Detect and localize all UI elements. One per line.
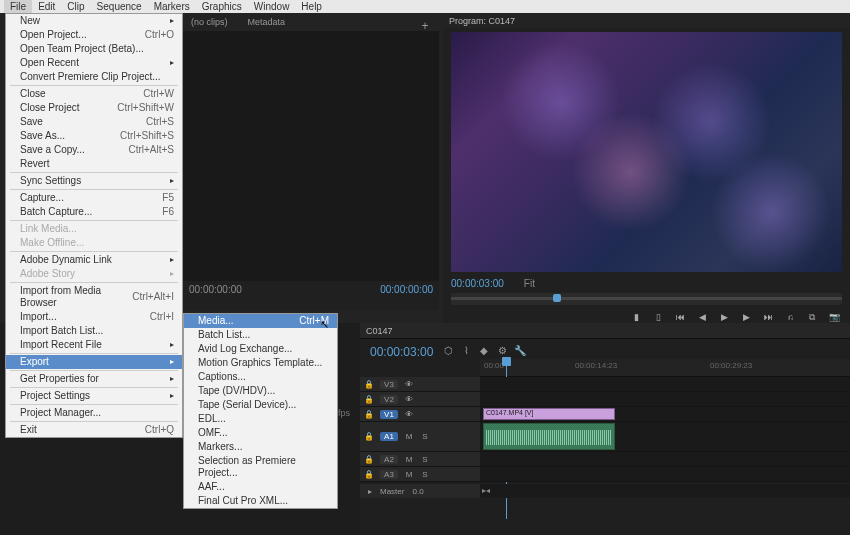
menu-item-save-as-[interactable]: Save As...Ctrl+Shift+S — [6, 129, 182, 143]
track-lock-icon[interactable]: 🔒 — [364, 432, 374, 441]
menubar: File Edit Clip Sequence Markers Graphics… — [0, 0, 850, 13]
track-eye-icon[interactable]: 👁 — [404, 380, 414, 389]
track-lock-icon[interactable]: 🔒 — [364, 395, 374, 404]
menu-markers[interactable]: Markers — [148, 0, 196, 13]
submenu-item-batch-list-[interactable]: Batch List... — [184, 328, 337, 342]
menu-item-save-a-copy-[interactable]: Save a Copy...Ctrl+Alt+S — [6, 143, 182, 157]
track-lane-v2[interactable] — [480, 392, 850, 406]
menu-help[interactable]: Help — [295, 0, 328, 13]
menu-item-open-project-[interactable]: Open Project...Ctrl+O — [6, 28, 182, 42]
track-lock-icon[interactable]: 🔒 — [364, 470, 374, 479]
track-lane-a3[interactable] — [480, 467, 850, 481]
program-fit-label[interactable]: Fit — [524, 278, 535, 289]
menu-edit[interactable]: Edit — [32, 0, 61, 13]
chevron-right-icon: ▸ — [170, 268, 174, 280]
collapse-icon[interactable]: ▸◂ — [482, 486, 490, 495]
timeline-ruler[interactable]: 00:00 00:00:14:23 00:00:29:23 — [480, 359, 850, 377]
menu-sequence[interactable]: Sequence — [91, 0, 148, 13]
export-submenu: Media...Ctrl+MBatch List...Avid Log Exch… — [183, 313, 338, 509]
toggle-track-icon[interactable]: ▸ — [368, 487, 372, 496]
menu-item-save[interactable]: SaveCtrl+S — [6, 115, 182, 129]
track-header-a1[interactable]: 🔒A1MS — [360, 422, 480, 451]
menu-item-import-recent-file[interactable]: Import Recent File▸ — [6, 338, 182, 352]
add-marker-icon[interactable]: ◆ — [477, 345, 491, 359]
submenu-item-omf-[interactable]: OMF... — [184, 426, 337, 440]
file-menu-dropdown: New▸Open Project...Ctrl+OOpen Team Proje… — [5, 13, 183, 438]
menu-item-capture-[interactable]: Capture...F5 — [6, 191, 182, 205]
track-header-master[interactable]: ▸Master0.0 — [360, 484, 480, 498]
menu-item-adobe-dynamic-link[interactable]: Adobe Dynamic Link▸ — [6, 253, 182, 267]
timeline-panel: C0147 00:00:03:00 ⬡ ⌇ ◆ ⚙ 🔧 00:00 00:00:… — [360, 323, 850, 535]
menu-item-revert[interactable]: Revert — [6, 157, 182, 171]
track-lane-a2[interactable] — [480, 452, 850, 466]
timeline-tc[interactable]: 00:00:03:00 — [366, 343, 437, 361]
program-scrubber[interactable] — [451, 293, 842, 305]
program-playhead-marker[interactable] — [553, 294, 561, 302]
track-header-a2[interactable]: 🔒A2MS — [360, 452, 480, 466]
track-header-v1[interactable]: 🔒V1👁 — [360, 407, 480, 421]
menu-item-open-recent[interactable]: Open Recent▸ — [6, 56, 182, 70]
menu-file[interactable]: File — [4, 0, 32, 13]
submenu-item-tape-dv-hdv-[interactable]: Tape (DV/HDV)... — [184, 384, 337, 398]
snap-icon[interactable]: ⬡ — [441, 345, 455, 359]
submenu-item-markers-[interactable]: Markers... — [184, 440, 337, 454]
menu-item-export[interactable]: Export▸ — [6, 355, 182, 369]
menu-window[interactable]: Window — [248, 0, 296, 13]
source-tc-right: 00:00:00:00 — [380, 284, 433, 295]
menu-item-open-team-project-beta-[interactable]: Open Team Project (Beta)... — [6, 42, 182, 56]
menu-item-import-from-media-browser[interactable]: Import from Media BrowserCtrl+Alt+I — [6, 284, 182, 310]
source-controls: 00:00:00:00 00:00:00:00 + — [183, 281, 439, 298]
menu-item-exit[interactable]: ExitCtrl+Q — [6, 423, 182, 437]
submenu-item-selection-as-premiere-project-[interactable]: Selection as Premiere Project... — [184, 454, 337, 480]
track-lock-icon[interactable]: 🔒 — [364, 380, 374, 389]
menu-graphics[interactable]: Graphics — [196, 0, 248, 13]
submenu-item-avid-log-exchange-[interactable]: Avid Log Exchange... — [184, 342, 337, 356]
wrench-icon[interactable]: 🔧 — [513, 345, 527, 359]
track-lane-v3[interactable] — [480, 377, 850, 391]
menu-clip[interactable]: Clip — [61, 0, 90, 13]
linked-selection-icon[interactable]: ⌇ — [459, 345, 473, 359]
track-eye-icon[interactable]: 👁 — [404, 410, 414, 419]
source-tab-bar: (no clips) Metadata — [183, 13, 439, 31]
timeline-seq-title[interactable]: C0147 — [360, 323, 850, 339]
submenu-item-aaf-[interactable]: AAF... — [184, 480, 337, 494]
chevron-right-icon: ▸ — [170, 373, 174, 385]
menu-item-project-settings[interactable]: Project Settings▸ — [6, 389, 182, 403]
menu-item-close[interactable]: CloseCtrl+W — [6, 87, 182, 101]
submenu-item-edl-[interactable]: EDL... — [184, 412, 337, 426]
menu-item-convert-premiere-clip-project-[interactable]: Convert Premiere Clip Project... — [6, 70, 182, 84]
menu-item-batch-capture-[interactable]: Batch Capture...F6 — [6, 205, 182, 219]
track-lock-icon[interactable]: 🔒 — [364, 410, 374, 419]
menu-item-import-[interactable]: Import...Ctrl+I — [6, 310, 182, 324]
source-tab-noclips[interactable]: (no clips) — [187, 15, 232, 29]
track-header-v3[interactable]: 🔒V3👁 — [360, 377, 480, 391]
chevron-right-icon: ▸ — [170, 339, 174, 351]
program-panel: Program: C0147 00:00:03:00 Fit ▮ ▯ ⏮ ◀ ▶… — [443, 13, 850, 323]
track-lane-a1[interactable] — [480, 422, 850, 451]
source-panel: (no clips) Metadata 00:00:00:00 00:00:00… — [183, 13, 439, 310]
track-lane-master[interactable]: ▸◂ — [480, 484, 850, 498]
source-tab-metadata[interactable]: Metadata — [244, 15, 290, 29]
menu-item-adobe-story: Adobe Story▸ — [6, 267, 182, 281]
submenu-item-tape-serial-device-[interactable]: Tape (Serial Device)... — [184, 398, 337, 412]
ruler-tick: 00:00:29:23 — [710, 361, 752, 370]
source-add-icon[interactable]: + — [419, 19, 431, 31]
submenu-item-captions-[interactable]: Captions... — [184, 370, 337, 384]
menu-item-new[interactable]: New▸ — [6, 14, 182, 28]
submenu-item-media-[interactable]: Media...Ctrl+M — [184, 314, 337, 328]
track-lock-icon[interactable]: 🔒 — [364, 455, 374, 464]
submenu-item-final-cut-pro-xml-[interactable]: Final Cut Pro XML... — [184, 494, 337, 508]
menu-item-close-project[interactable]: Close ProjectCtrl+Shift+W — [6, 101, 182, 115]
track-eye-icon[interactable]: 👁 — [404, 395, 414, 404]
menu-item-sync-settings[interactable]: Sync Settings▸ — [6, 174, 182, 188]
audio-clip[interactable] — [483, 423, 615, 450]
chevron-right-icon: ▸ — [170, 175, 174, 187]
menu-item-project-manager-[interactable]: Project Manager... — [6, 406, 182, 420]
track-header-a3[interactable]: 🔒A3MS — [360, 467, 480, 481]
video-clip[interactable]: C0147.MP4 [V] — [483, 408, 615, 420]
menu-item-get-properties-for[interactable]: Get Properties for▸ — [6, 372, 182, 386]
track-header-v2[interactable]: 🔒V2👁 — [360, 392, 480, 406]
track-lane-v1[interactable]: C0147.MP4 [V] — [480, 407, 850, 421]
menu-item-import-batch-list-[interactable]: Import Batch List... — [6, 324, 182, 338]
submenu-item-motion-graphics-template-[interactable]: Motion Graphics Template... — [184, 356, 337, 370]
